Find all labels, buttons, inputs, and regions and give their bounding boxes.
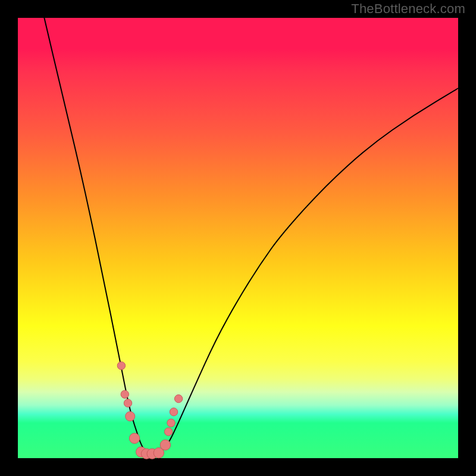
curve-marker	[167, 419, 175, 427]
curve-marker	[124, 399, 131, 407]
curve-markers	[117, 362, 183, 459]
watermark-label: TheBottleneck.com	[351, 1, 465, 17]
chart-frame: TheBottleneck.com	[0, 0, 476, 476]
curve-marker	[170, 408, 177, 416]
curve-marker	[129, 433, 139, 443]
curve-marker	[174, 394, 182, 402]
curve-marker	[164, 428, 172, 436]
curve-marker	[160, 440, 170, 450]
bottleneck-curve	[44, 18, 458, 454]
curve-layer	[18, 18, 458, 458]
curve-marker	[121, 390, 129, 398]
curve-marker	[126, 412, 135, 421]
plot-area	[18, 18, 458, 458]
curve-marker	[117, 362, 125, 369]
